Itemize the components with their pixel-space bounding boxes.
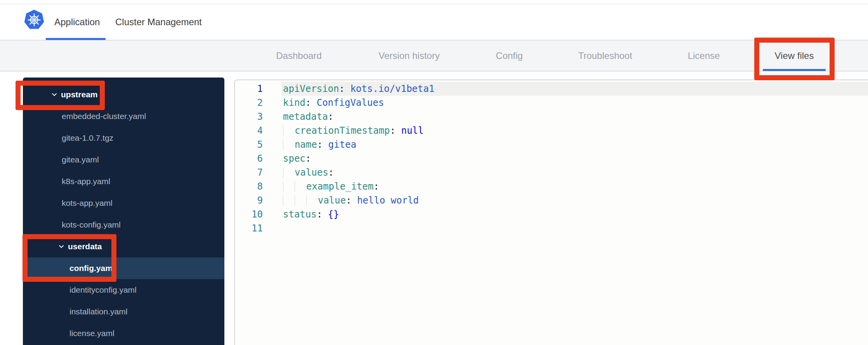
- line-number: 10: [235, 207, 263, 221]
- chevron-down-icon: [58, 243, 65, 250]
- tree-item-label: kots-config.yaml: [62, 220, 121, 229]
- code-line-7: 7 values:: [235, 166, 868, 179]
- tree-item-label: config.yaml: [69, 264, 115, 273]
- line-number: 1: [235, 82, 263, 96]
- tree-file-embedded-cluster.yaml[interactable]: embedded-cluster.yaml: [23, 105, 224, 127]
- code-line-text: kind: ConfigValues: [283, 96, 384, 110]
- tree-item-label: kots-app.yaml: [62, 198, 113, 208]
- subnav-item-dashboard[interactable]: Dashboard: [276, 40, 321, 71]
- tree-file-license.yaml[interactable]: license.yaml: [23, 323, 224, 344]
- tree-item-label: userdata: [68, 242, 102, 251]
- code-line-5: 5 name: gitea: [235, 138, 868, 152]
- code-line-8: 8 example_item:: [235, 179, 868, 193]
- tree-file-gitea-1.0.7.tgz[interactable]: gitea-1.0.7.tgz: [23, 127, 224, 149]
- code-line-text: example_item:: [283, 179, 379, 193]
- tree-item-label: license.yaml: [69, 329, 115, 338]
- code-line-4: 4 creationTimestamp: null: [235, 124, 868, 138]
- tree-file-config.yaml[interactable]: config.yaml: [23, 257, 224, 279]
- file-tree-sidebar: upstreamembedded-cluster.yamlgitea-1.0.7…: [23, 78, 224, 345]
- tree-item-label: k8s-app.yaml: [62, 177, 110, 186]
- app-header: Application Cluster Management: [0, 4, 868, 40]
- subnav-item-troubleshoot[interactable]: Troubleshoot: [578, 40, 632, 71]
- code-line-11: 11: [235, 221, 868, 235]
- tree-item-label: identityconfig.yaml: [69, 285, 137, 295]
- line-number: 3: [235, 110, 263, 124]
- yaml-code-view: 1apiVersion: kots.io/v1beta12kind: Confi…: [235, 80, 868, 235]
- kubernetes-logo-icon: [24, 10, 44, 30]
- tree-file-k8s-app.yaml[interactable]: k8s-app.yaml: [23, 171, 224, 192]
- view-files-active-underline: [763, 69, 826, 71]
- subnav-item-view-files[interactable]: View files: [775, 40, 814, 71]
- code-editor: 1apiVersion: kots.io/v1beta12kind: Confi…: [234, 79, 868, 345]
- tree-file-kots-config.yaml[interactable]: kots-config.yaml: [23, 214, 224, 236]
- code-line-3: 3metadata:: [235, 110, 868, 124]
- tree-folder-upstream[interactable]: upstream: [23, 84, 224, 105]
- line-number: 8: [235, 179, 263, 193]
- subnav-item-config[interactable]: Config: [496, 40, 523, 71]
- line-number: 7: [235, 166, 263, 179]
- tree-item-label: upstream: [61, 90, 98, 99]
- code-line-10: 10status: {}: [235, 207, 868, 221]
- tree-file-identityconfig.yaml[interactable]: identityconfig.yaml: [23, 279, 224, 301]
- tree-item-label: embedded-cluster.yaml: [62, 112, 146, 121]
- tree-folder-userdata[interactable]: userdata: [23, 236, 224, 257]
- line-number: 11: [235, 221, 263, 235]
- code-line-6: 6spec:: [235, 152, 868, 166]
- subnav-item-license[interactable]: License: [688, 40, 720, 71]
- tab-cluster-management[interactable]: Cluster Management: [115, 4, 202, 40]
- code-line-1: 1apiVersion: kots.io/v1beta1: [235, 82, 868, 96]
- line-number: 4: [235, 124, 263, 138]
- code-line-text: value: hello world: [283, 193, 419, 207]
- active-app-tab-underline: [46, 38, 106, 40]
- code-line-9: 9 value: hello world: [235, 193, 868, 207]
- code-line-text: apiVersion: kots.io/v1beta1: [283, 82, 434, 96]
- chevron-down-icon: [51, 91, 58, 98]
- tree-item-label: gitea-1.0.7.tgz: [62, 133, 113, 143]
- tree-file-gitea.yaml[interactable]: gitea.yaml: [23, 149, 224, 171]
- code-line-text: spec:: [283, 152, 311, 166]
- code-line-text: status: {}: [283, 207, 339, 221]
- tab-application[interactable]: Application: [54, 4, 100, 40]
- code-line-text: creationTimestamp: null: [283, 124, 424, 138]
- line-number: 2: [235, 96, 263, 110]
- tree-file-kots-app.yaml[interactable]: kots-app.yaml: [23, 192, 224, 214]
- line-number: 6: [235, 152, 263, 166]
- code-line-text: values:: [283, 166, 334, 179]
- tree-file-installation.yaml[interactable]: installation.yaml: [23, 301, 224, 323]
- app-subnav: DashboardVersion historyConfigTroublesho…: [0, 40, 868, 71]
- code-line-text: name: gitea: [283, 138, 356, 152]
- subnav-item-version-history[interactable]: Version history: [378, 40, 439, 71]
- code-line-text: metadata:: [283, 110, 333, 124]
- tree-item-label: gitea.yaml: [62, 155, 99, 164]
- line-number: 9: [235, 193, 263, 207]
- line-number: 5: [235, 138, 263, 152]
- tree-item-label: installation.yaml: [69, 307, 127, 316]
- code-line-2: 2kind: ConfigValues: [235, 96, 868, 110]
